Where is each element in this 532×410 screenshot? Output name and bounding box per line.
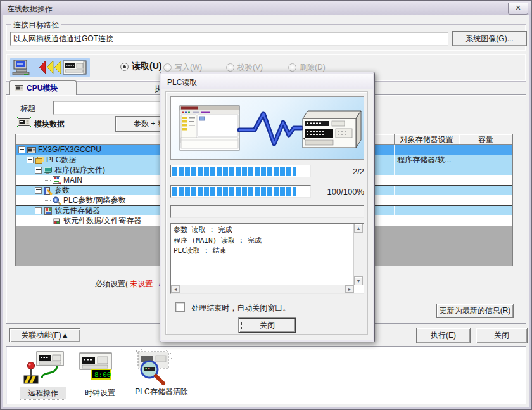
tree-expand-toggle[interactable] <box>35 187 42 194</box>
tab-cpu-module[interactable]: CPU模块 <box>10 80 77 95</box>
plc-data-folder-icon <box>35 156 44 165</box>
tree-expand-toggle[interactable] <box>35 207 42 214</box>
close-icon: ✕ <box>515 4 521 11</box>
parameter-icon <box>44 186 53 195</box>
cpu-module-tab-icon <box>15 84 23 92</box>
tree-leaf-connector <box>44 180 51 181</box>
log-line: 参数 读取 : 完成 <box>174 225 352 236</box>
title-label: 标题 <box>20 103 35 114</box>
related-functions-panel: 远程操作 8:00 时钟设置 <box>6 346 526 404</box>
total-progress-value: 100/100% <box>319 187 364 196</box>
scroll-down-icon[interactable]: ▼ <box>354 276 363 285</box>
vertical-scrollbar[interactable]: ▲ ▼ <box>353 224 364 285</box>
dialog-title: PLC读取 <box>167 77 197 88</box>
file-progress-fill <box>172 167 296 176</box>
execute-button[interactable]: 执行(E) <box>416 328 471 343</box>
connection-path-group: 连接目标路径 以太网插板通信通过GOT连接 系统图像(G)... <box>6 24 526 51</box>
tree-leaf-connector <box>44 221 51 222</box>
not-set-status: 未设置 <box>130 279 153 288</box>
svg-text:8:00: 8:00 <box>94 371 111 379</box>
plc-parameter-icon <box>53 196 61 205</box>
clock-setting-icon: 8:00 <box>76 349 118 386</box>
tree-leaf-connector <box>44 200 51 202</box>
remote-operation-button[interactable]: 远程操作 <box>20 349 68 387</box>
radio-delete-circle <box>288 63 296 72</box>
pc-plc-communication-graphic <box>170 96 364 160</box>
main-program-icon <box>53 176 61 185</box>
tree-expand-toggle[interactable] <box>18 146 25 153</box>
clock-setting-label: 时钟设置 <box>81 387 119 399</box>
scroll-up-icon[interactable]: ▲ <box>354 224 363 233</box>
window-titlebar: 在线数据操作 ✕ <box>1 1 531 15</box>
auto-close-checkbox-row: 处理结束时，自动关闭窗口。 <box>175 302 290 314</box>
plc-memory-clear-button[interactable]: PLC存储器清除 <box>128 348 194 387</box>
log-line: 程序 (MAIN) 读取 : 完成 <box>174 236 352 247</box>
window-title: 在线数据操作 <box>7 4 53 15</box>
column-header-target-memory: 对象存储器设置 <box>395 134 459 145</box>
program-icon <box>44 166 53 175</box>
radio-read[interactable]: 读取(U) <box>120 61 162 72</box>
read-log-text: 参数 读取 : 完成 程序 (MAIN) 读取 : 完成 PLC读取 : 结束 <box>174 225 352 283</box>
system-image-button[interactable]: 系统图像(G)... <box>452 31 527 46</box>
clock-setting-button[interactable]: 8:00 时钟设置 <box>76 349 120 387</box>
related-functions-button[interactable]: 关联功能(F)▲ <box>10 328 80 342</box>
radio-write-circle <box>163 63 172 72</box>
close-button[interactable]: 关闭 <box>476 328 528 343</box>
scroll-left-icon[interactable]: ◄ <box>171 285 180 293</box>
tree-expand-toggle[interactable] <box>27 157 34 163</box>
plc-memory-clear-icon <box>128 348 176 386</box>
refresh-info-button[interactable]: 更新为最新的信息(R) <box>436 304 514 318</box>
log-line: PLC读取 : 结束 <box>174 246 352 257</box>
tree-expand-toggle[interactable] <box>35 167 42 174</box>
dialog-close-button[interactable]: 关闭 <box>239 318 296 333</box>
device-data-icon <box>53 217 61 226</box>
file-progress-bar <box>170 165 311 177</box>
total-progress-bar <box>170 185 311 198</box>
scroll-right-icon[interactable]: ► <box>345 285 354 293</box>
horizontal-scrollbar[interactable]: ◄ ► <box>171 285 354 293</box>
remote-operation-icon <box>20 349 66 386</box>
total-progress-fill <box>172 187 296 196</box>
required-setting-note: 必须设置( 未设置 / <box>15 279 161 290</box>
radio-verify-circle <box>226 63 234 72</box>
device-memory-icon <box>44 207 53 215</box>
auto-close-checkbox[interactable] <box>175 302 185 312</box>
module-data-icon <box>16 116 32 128</box>
remote-operation-label: 远程操作 <box>20 387 66 399</box>
file-progress-value: 2/2 <box>319 167 364 176</box>
window-close-button[interactable]: ✕ <box>508 3 528 15</box>
radio-read-circle <box>120 63 129 71</box>
plc-memory-clear-label: PLC存储器清除 <box>129 386 194 398</box>
module-data-label: 模块数据 <box>34 119 65 130</box>
current-item-field <box>170 205 364 218</box>
column-header-capacity: 容量 <box>459 134 512 145</box>
connection-path-label: 连接目标路径 <box>11 20 61 30</box>
auto-close-label: 处理结束时，自动关闭窗口。 <box>191 304 290 312</box>
dialog-titlebar: PLC读取 <box>162 74 373 89</box>
read-log-area: 参数 读取 : 完成 程序 (MAIN) 读取 : 完成 PLC读取 : 结束 … <box>170 223 364 294</box>
connection-path-field[interactable]: 以太网插板通信通过GOT连接 <box>10 32 448 46</box>
pc-to-plc-transfer-icon <box>10 58 90 77</box>
plc-read-dialog: PLC读取 <box>160 72 375 342</box>
cpu-icon <box>27 146 36 155</box>
